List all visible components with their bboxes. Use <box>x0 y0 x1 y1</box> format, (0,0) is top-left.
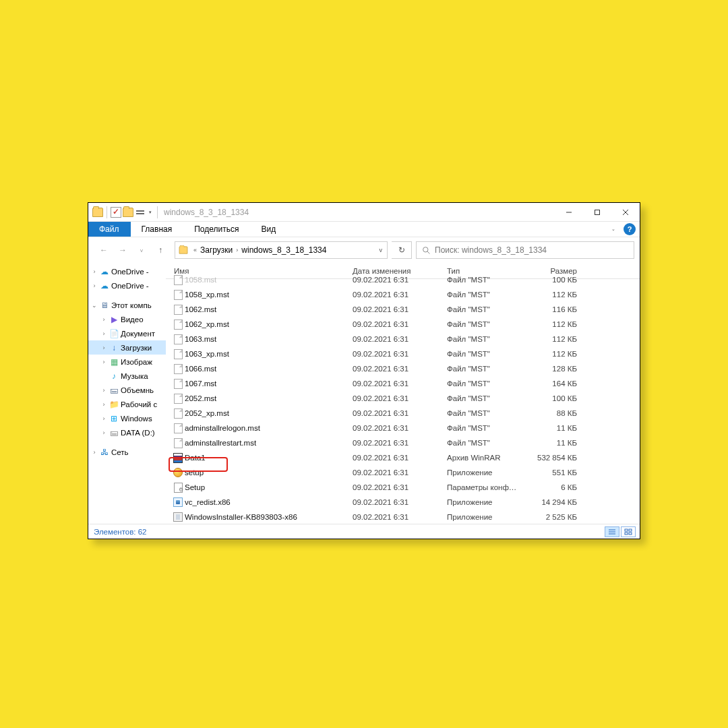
pc-icon: 🖥 <box>99 300 110 311</box>
file-row[interactable]: 1058_xp.mst 09.02.2021 6:31 Файл "MST" 1… <box>166 287 640 302</box>
tree-label: DATA (D:) <box>121 429 155 437</box>
file-row[interactable]: 2052_xp.mst 09.02.2021 6:31 Файл "MST" 8… <box>166 406 640 421</box>
file-icon <box>171 379 185 389</box>
file-name: Data1 <box>185 454 344 462</box>
file-row[interactable]: adminstallrelogon.mst 09.02.2021 6:31 Фа… <box>166 421 640 435</box>
close-button[interactable] <box>611 203 640 221</box>
tree-item[interactable]: › ☁ OneDrive - <box>88 264 166 278</box>
file-row[interactable]: adminstallrestart.mst 09.02.2021 6:31 Фа… <box>166 435 640 450</box>
recent-dropdown[interactable]: v <box>135 244 148 256</box>
chevron-right-icon[interactable]: › <box>234 247 240 253</box>
breadcrumb-seg[interactable]: windows_8_3_18_1334 <box>240 245 328 255</box>
tree-item[interactable]: ⌄ 🖥 Этот компь <box>88 298 166 312</box>
file-row[interactable]: 1058.mst 09.02.2021 6:31 Файл "MST" 100 … <box>166 272 640 287</box>
expand-icon[interactable]: › <box>100 344 107 351</box>
file-row[interactable]: 1062_xp.mst 09.02.2021 6:31 Файл "MST" 1… <box>166 317 640 332</box>
back-button[interactable]: ← <box>98 244 110 256</box>
customize-icon[interactable] <box>135 208 146 217</box>
file-row[interactable]: 1063.mst 09.02.2021 6:31 Файл "MST" 112 … <box>166 332 640 346</box>
folder-icon[interactable] <box>92 208 103 217</box>
status-bar: Элементов: 62 <box>88 524 640 539</box>
expand-icon[interactable]: › <box>100 359 107 365</box>
tree-item[interactable]: › ↓ Загрузки <box>88 340 166 355</box>
tree-item[interactable]: › ▶ Видео <box>88 312 166 326</box>
tab-file[interactable]: Файл <box>88 222 131 237</box>
tree-item[interactable]: › 🖴 DATA (D:) <box>88 425 166 439</box>
file-row[interactable]: Setup 09.02.2021 6:31 Параметры конф… 6 … <box>166 480 640 495</box>
file-row[interactable]: 2052.mst 09.02.2021 6:31 Файл "MST" 100 … <box>166 391 640 406</box>
tree-item[interactable]: › 🖧 Сеть <box>88 445 166 459</box>
file-type: Файл "MST" <box>439 320 520 328</box>
file-row[interactable]: 1062.mst 09.02.2021 6:31 Файл "MST" 116 … <box>166 302 640 317</box>
minimize-button[interactable] <box>555 203 583 221</box>
expand-icon[interactable]: › <box>100 316 107 323</box>
file-row[interactable]: 1063_xp.mst 09.02.2021 6:31 Файл "MST" 1… <box>166 346 640 361</box>
file-name: WindowsInstaller-KB893803-x86 <box>185 513 344 521</box>
ribbon-collapse-icon[interactable]: ⌄ <box>610 226 617 232</box>
forward-button[interactable]: → <box>117 244 129 256</box>
breadcrumb-seg[interactable]: Загрузки <box>199 245 234 255</box>
maximize-button[interactable] <box>583 203 611 221</box>
breadcrumb-overflow[interactable]: « <box>191 247 199 253</box>
tab-home[interactable]: Главная <box>131 222 184 237</box>
tree-item[interactable]: ♪ Музыка <box>88 369 166 383</box>
file-row[interactable]: Data1 09.02.2021 6:31 Архив WinRAR 532 8… <box>166 450 640 465</box>
folder-icon[interactable] <box>123 208 133 217</box>
tree-label: Видео <box>121 315 144 324</box>
data-icon: 🖴 <box>109 427 119 438</box>
view-details-button[interactable] <box>605 526 619 537</box>
chevron-down-icon[interactable]: v <box>377 247 385 253</box>
tree-label: Сеть <box>111 448 129 456</box>
expand-icon[interactable]: › <box>91 268 98 275</box>
tree-item[interactable]: › ☁ OneDrive - <box>88 278 166 293</box>
tab-share[interactable]: Поделиться <box>183 222 250 237</box>
expand-icon[interactable]: › <box>100 330 107 337</box>
file-row[interactable]: 1066.mst 09.02.2021 6:31 Файл "MST" 128 … <box>166 361 640 376</box>
file-type: Приложение <box>439 468 520 477</box>
file-row[interactable]: 1067.mst 09.02.2021 6:31 Файл "MST" 164 … <box>166 376 640 391</box>
file-date: 09.02.2021 6:31 <box>344 291 439 299</box>
expand-icon[interactable]: › <box>91 449 98 456</box>
tab-view[interactable]: Вид <box>250 222 287 237</box>
expand-icon[interactable]: ⌄ <box>91 302 98 309</box>
vol-icon: 🖴 <box>109 385 119 396</box>
vid-icon: ▶ <box>109 314 119 325</box>
file-row[interactable]: WindowsInstaller-KB893803-x86 09.02.2021… <box>166 510 640 524</box>
file-type: Файл "MST" <box>439 409 520 417</box>
expand-icon[interactable]: › <box>100 429 107 436</box>
file-date: 09.02.2021 6:31 <box>344 409 439 417</box>
file-type: Файл "MST" <box>439 350 520 358</box>
explorer-window: ▾ windows_8_3_18_1334 Файл Главная Подел… <box>88 202 640 539</box>
refresh-button[interactable]: ↻ <box>392 241 412 259</box>
file-row[interactable]: setup 09.02.2021 6:31 Приложение 551 КБ <box>166 465 640 480</box>
tree-item[interactable]: › ⊞ Windows <box>88 411 166 425</box>
expand-icon[interactable]: › <box>100 415 107 422</box>
help-button[interactable]: ? <box>624 223 636 235</box>
file-size: 128 КБ <box>520 365 577 373</box>
address-bar[interactable]: « Загрузки › windows_8_3_18_1334 v <box>175 241 388 259</box>
tree-item[interactable]: › 📁 Рабочий с <box>88 397 166 411</box>
tree-item[interactable]: › 🖴 Объемнь <box>88 383 166 397</box>
search-icon <box>422 246 431 255</box>
file-icon <box>171 290 185 300</box>
win-icon: ⊞ <box>109 413 119 424</box>
nav-tree[interactable]: › ☁ OneDrive -› ☁ OneDrive -⌄ 🖥 Этот ком… <box>88 263 166 524</box>
chevron-down-icon[interactable]: ▾ <box>147 210 154 215</box>
file-list[interactable]: 1058.mst 09.02.2021 6:31 Файл "MST" 100 … <box>166 272 640 524</box>
tree-item[interactable]: › 📄 Документ <box>88 326 166 340</box>
expand-icon[interactable]: › <box>100 387 107 394</box>
file-name: Setup <box>185 483 344 491</box>
search-input[interactable]: Поиск: windows_8_3_18_1334 <box>416 241 634 259</box>
view-large-button[interactable] <box>621 526 636 537</box>
tree-item[interactable]: › ▦ Изображ <box>88 355 166 369</box>
folder-icon <box>179 246 188 253</box>
expand-icon[interactable]: › <box>91 282 98 289</box>
file-type: Параметры конф… <box>439 483 520 491</box>
file-name: 1062.mst <box>185 305 344 313</box>
expand-icon[interactable]: › <box>100 401 107 408</box>
file-row[interactable]: vc_redist.x86 09.02.2021 6:31 Приложение… <box>166 495 640 510</box>
properties-icon[interactable] <box>111 207 121 218</box>
file-date: 09.02.2021 6:31 <box>344 380 439 388</box>
folder-icon: 📁 <box>109 399 119 410</box>
up-button[interactable]: ↑ <box>154 244 166 256</box>
